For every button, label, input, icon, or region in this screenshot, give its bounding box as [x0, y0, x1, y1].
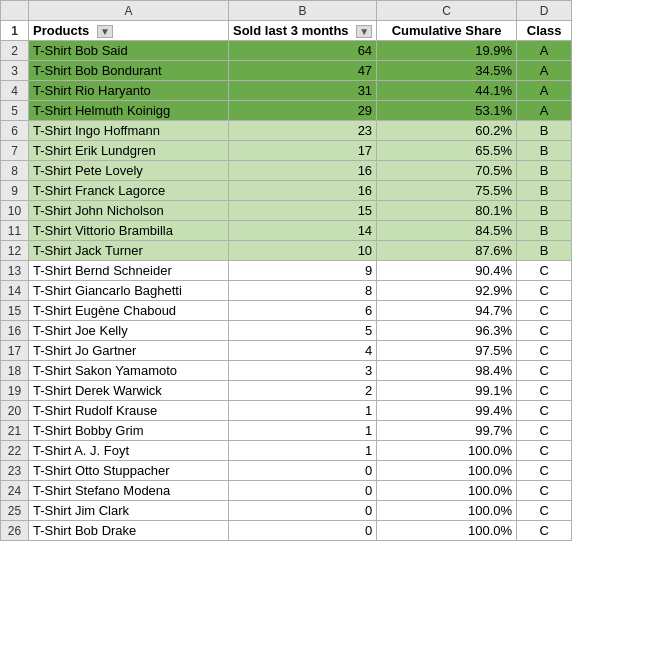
- product-name: T-Shirt Bob Bondurant: [29, 61, 229, 81]
- sold-value: 3: [229, 361, 377, 381]
- cumulative-value: 92.9%: [377, 281, 517, 301]
- sold-value: 1: [229, 421, 377, 441]
- row-num-17: 17: [1, 341, 29, 361]
- cumulative-value: 97.5%: [377, 341, 517, 361]
- class-value: B: [517, 141, 572, 161]
- product-name: T-Shirt John Nicholson: [29, 201, 229, 221]
- cumulative-value: 100.0%: [377, 481, 517, 501]
- sold-value: 10: [229, 241, 377, 261]
- product-name: T-Shirt Derek Warwick: [29, 381, 229, 401]
- product-name: T-Shirt Bob Said: [29, 41, 229, 61]
- sold-value: 9: [229, 261, 377, 281]
- cumulative-value: 90.4%: [377, 261, 517, 281]
- product-name: T-Shirt Vittorio Brambilla: [29, 221, 229, 241]
- table-row: 14T-Shirt Giancarlo Baghetti892.9%C: [1, 281, 572, 301]
- cumulative-value: 99.4%: [377, 401, 517, 421]
- table-row: 25T-Shirt Jim Clark0100.0%C: [1, 501, 572, 521]
- product-name: T-Shirt Bobby Grim: [29, 421, 229, 441]
- col-c-header: C: [377, 1, 517, 21]
- table-row: 11T-Shirt Vittorio Brambilla1484.5%B: [1, 221, 572, 241]
- filter-sold-icon[interactable]: ▼: [356, 25, 372, 38]
- row-num-8: 8: [1, 161, 29, 181]
- class-value: C: [517, 521, 572, 541]
- table-row: 19T-Shirt Derek Warwick299.1%C: [1, 381, 572, 401]
- cumulative-value: 84.5%: [377, 221, 517, 241]
- class-value: C: [517, 441, 572, 461]
- class-value: B: [517, 241, 572, 261]
- product-name: T-Shirt Giancarlo Baghetti: [29, 281, 229, 301]
- class-value: C: [517, 361, 572, 381]
- col-d-label: Class: [517, 21, 572, 41]
- row-num-5: 5: [1, 101, 29, 121]
- product-name: T-Shirt Bob Drake: [29, 521, 229, 541]
- class-value: B: [517, 161, 572, 181]
- class-value: C: [517, 281, 572, 301]
- product-name: T-Shirt Rudolf Krause: [29, 401, 229, 421]
- class-value: C: [517, 381, 572, 401]
- class-value: B: [517, 201, 572, 221]
- cumulative-value: 98.4%: [377, 361, 517, 381]
- cumulative-value: 99.1%: [377, 381, 517, 401]
- class-value: A: [517, 81, 572, 101]
- corner-cell: [1, 1, 29, 21]
- product-name: T-Shirt Otto Stuppacher: [29, 461, 229, 481]
- sold-value: 4: [229, 341, 377, 361]
- table-row: 23T-Shirt Otto Stuppacher0100.0%C: [1, 461, 572, 481]
- sold-value: 2: [229, 381, 377, 401]
- row-num-24: 24: [1, 481, 29, 501]
- col-c-label: Cumulative Share: [377, 21, 517, 41]
- sold-value: 23: [229, 121, 377, 141]
- sold-value: 14: [229, 221, 377, 241]
- table-row: 13T-Shirt Bernd Schneider990.4%C: [1, 261, 572, 281]
- spreadsheet: A B C D 1 Products ▼ Sold last 3 months …: [0, 0, 572, 541]
- row-num-6: 6: [1, 121, 29, 141]
- sold-value: 47: [229, 61, 377, 81]
- product-name: T-Shirt Helmuth Koinigg: [29, 101, 229, 121]
- col-a-header: A: [29, 1, 229, 21]
- table-row: 3T-Shirt Bob Bondurant4734.5%A: [1, 61, 572, 81]
- product-name: T-Shirt Jack Turner: [29, 241, 229, 261]
- row-num-26: 26: [1, 521, 29, 541]
- row-num-4: 4: [1, 81, 29, 101]
- cumulative-value: 94.7%: [377, 301, 517, 321]
- col-header-row: A B C D: [1, 1, 572, 21]
- class-value: C: [517, 341, 572, 361]
- cumulative-value: 100.0%: [377, 521, 517, 541]
- table-row: 15T-Shirt Eugène Chaboud694.7%C: [1, 301, 572, 321]
- table-row: 22T-Shirt A. J. Foyt1100.0%C: [1, 441, 572, 461]
- table-row: 21T-Shirt Bobby Grim199.7%C: [1, 421, 572, 441]
- row-num-20: 20: [1, 401, 29, 421]
- product-name: T-Shirt Stefano Modena: [29, 481, 229, 501]
- cumulative-value: 100.0%: [377, 501, 517, 521]
- product-name: T-Shirt Franck Lagorce: [29, 181, 229, 201]
- row-num-10: 10: [1, 201, 29, 221]
- table-row: 7T-Shirt Erik Lundgren1765.5%B: [1, 141, 572, 161]
- class-value: C: [517, 501, 572, 521]
- row-num-1: 1: [1, 21, 29, 41]
- table-row: 10T-Shirt John Nicholson1580.1%B: [1, 201, 572, 221]
- cumulative-value: 19.9%: [377, 41, 517, 61]
- product-name: T-Shirt Bernd Schneider: [29, 261, 229, 281]
- sold-value: 0: [229, 521, 377, 541]
- sold-value: 0: [229, 461, 377, 481]
- table-row: 26T-Shirt Bob Drake0100.0%C: [1, 521, 572, 541]
- class-value: C: [517, 301, 572, 321]
- filter-products-icon[interactable]: ▼: [97, 25, 113, 38]
- sold-value: 15: [229, 201, 377, 221]
- class-value: A: [517, 41, 572, 61]
- product-name: T-Shirt Eugène Chaboud: [29, 301, 229, 321]
- cumulative-value: 75.5%: [377, 181, 517, 201]
- sold-value: 16: [229, 161, 377, 181]
- col-d-header: D: [517, 1, 572, 21]
- product-name: T-Shirt Pete Lovely: [29, 161, 229, 181]
- class-value: B: [517, 221, 572, 241]
- product-name: T-Shirt Jo Gartner: [29, 341, 229, 361]
- row-num-19: 19: [1, 381, 29, 401]
- row-num-11: 11: [1, 221, 29, 241]
- row-num-12: 12: [1, 241, 29, 261]
- product-name: T-Shirt Joe Kelly: [29, 321, 229, 341]
- header-row: 1 Products ▼ Sold last 3 months ▼ Cumula…: [1, 21, 572, 41]
- class-value: A: [517, 61, 572, 81]
- table-row: 8T-Shirt Pete Lovely1670.5%B: [1, 161, 572, 181]
- col-a-label: Products ▼: [29, 21, 229, 41]
